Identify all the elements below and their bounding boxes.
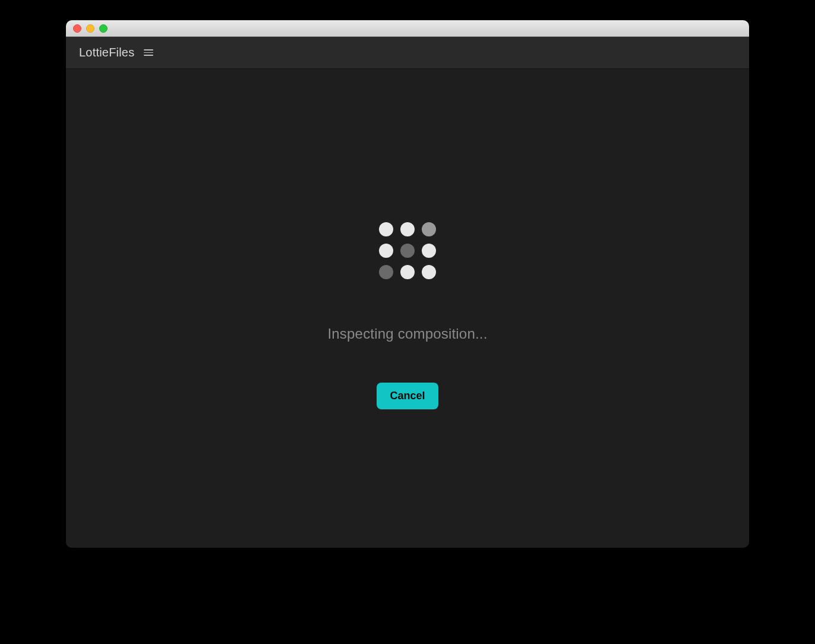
window-maximize-button[interactable] bbox=[99, 24, 108, 33]
spinner-dot bbox=[422, 265, 436, 279]
spinner-dot bbox=[422, 244, 436, 258]
app-header: LottieFiles bbox=[66, 37, 749, 69]
app-title: LottieFiles bbox=[79, 46, 134, 59]
spinner-dot bbox=[400, 222, 415, 236]
cancel-button[interactable]: Cancel bbox=[377, 383, 438, 409]
spinner-dot bbox=[379, 222, 393, 236]
window-minimize-button[interactable] bbox=[86, 24, 94, 33]
spinner-dot bbox=[400, 244, 415, 258]
window-close-button[interactable] bbox=[73, 24, 81, 33]
dot-grid-spinner-icon bbox=[379, 222, 436, 279]
spinner-dot bbox=[379, 244, 393, 258]
spinner-dot bbox=[400, 265, 415, 279]
hamburger-icon[interactable] bbox=[144, 48, 153, 58]
app-window: LottieFiles Inspecting composition... Ca… bbox=[66, 20, 749, 548]
loading-view: Inspecting composition... Cancel bbox=[66, 69, 749, 548]
spinner-dot bbox=[379, 265, 393, 279]
window-titlebar bbox=[66, 20, 749, 37]
loading-status-text: Inspecting composition... bbox=[327, 326, 487, 342]
spinner-dot bbox=[422, 222, 436, 236]
